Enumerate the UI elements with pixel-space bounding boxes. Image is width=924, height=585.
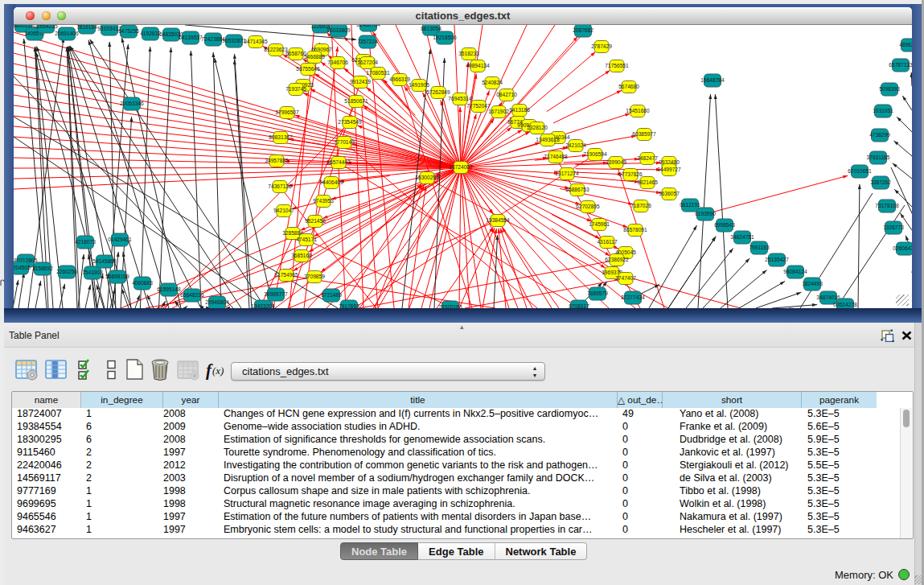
svg-text:6998543: 6998543: [714, 222, 735, 228]
svg-text:3158692: 3158692: [32, 266, 53, 271]
svg-text:5466889: 5466889: [304, 54, 325, 60]
svg-text:4966319: 4966319: [389, 76, 410, 82]
svg-text:51850671: 51850671: [344, 98, 368, 104]
svg-text:7346706: 7346706: [327, 60, 348, 65]
svg-text:13493618: 13493618: [536, 137, 560, 142]
svg-text:0812191: 0812191: [680, 202, 700, 208]
svg-text:67010651: 67010651: [848, 168, 872, 174]
svg-text:73178108: 73178108: [875, 203, 899, 208]
svg-text:02606474: 02606474: [893, 245, 912, 251]
svg-text:80831367: 80831367: [269, 134, 293, 140]
svg-text:98084124: 98084124: [783, 269, 807, 274]
svg-text:5674680: 5674680: [618, 84, 639, 89]
svg-text:2087682: 2087682: [573, 27, 593, 33]
svg-text:60385977: 60385977: [632, 131, 656, 137]
svg-text:67737826: 67737826: [618, 171, 643, 177]
svg-text:1627204: 1627204: [357, 60, 378, 65]
svg-text:6475255: 6475255: [118, 28, 139, 34]
svg-text:9421047: 9421047: [273, 208, 294, 213]
svg-text:17080531: 17080531: [366, 70, 390, 76]
svg-text:9521456: 9521456: [305, 218, 326, 224]
svg-text:15451680: 15451680: [626, 108, 650, 113]
svg-text:00524278: 00524278: [833, 302, 857, 307]
svg-text:53755646: 53755646: [296, 66, 320, 72]
svg-text:6204505: 6204505: [14, 265, 31, 270]
svg-text:15300295: 15300295: [415, 175, 439, 180]
svg-text:20691406: 20691406: [55, 31, 79, 36]
svg-text:7816184: 7816184: [76, 25, 97, 30]
svg-text:86578091: 86578091: [623, 227, 647, 233]
svg-text:6193990: 6193990: [695, 211, 716, 216]
svg-text:87277434: 87277434: [621, 295, 645, 300]
svg-text:4745171: 4745171: [296, 237, 317, 242]
svg-text:16648784: 16648784: [700, 77, 725, 83]
svg-text:2787429: 2787429: [591, 43, 612, 49]
svg-text:04499727: 04499727: [657, 167, 681, 172]
svg-text:71746488: 71746488: [544, 154, 568, 159]
svg-text:7187026: 7187026: [630, 203, 651, 208]
svg-text:1326773: 1326773: [883, 225, 904, 230]
svg-text:19384554: 19384554: [486, 217, 510, 223]
svg-text:62386922: 62386922: [605, 257, 629, 262]
svg-text:4216073: 4216073: [75, 239, 96, 245]
svg-text:55886753: 55886753: [565, 187, 589, 192]
svg-text:5098393: 5098393: [879, 86, 900, 92]
svg-text:7917693: 7917693: [339, 303, 359, 308]
svg-text:29946804: 29946804: [205, 299, 229, 305]
svg-text:1399049: 1399049: [606, 159, 626, 165]
svg-text:1671902: 1671902: [488, 109, 509, 114]
svg-text:8813054: 8813054: [421, 26, 441, 31]
svg-text:3482477: 3482477: [637, 155, 658, 161]
svg-text:13171274: 13171274: [555, 171, 579, 176]
svg-text:5240824: 5240824: [482, 80, 503, 85]
svg-text:(x): (x): [212, 365, 224, 377]
svg-text:81223623: 81223623: [264, 47, 288, 52]
svg-text:4192832: 4192832: [140, 31, 161, 36]
svg-text:62702895: 62702895: [576, 204, 600, 209]
svg-text:61595148: 61595148: [157, 286, 181, 292]
svg-text:7193745: 7193745: [285, 86, 306, 92]
svg-text:01429401: 01429401: [108, 237, 132, 242]
svg-text:64139537: 64139537: [179, 35, 203, 40]
svg-text:20053346: 20053346: [120, 101, 144, 106]
svg-text:7889579: 7889579: [587, 290, 608, 296]
svg-text:13433200: 13433200: [251, 303, 275, 308]
svg-text:4060883: 4060883: [132, 280, 153, 286]
svg-text:16033809: 16033809: [326, 27, 351, 33]
svg-text:34624751: 34624751: [730, 234, 754, 240]
svg-text:3747407: 3747407: [615, 275, 636, 281]
svg-text:65787133: 65787133: [889, 62, 912, 68]
svg-text:2260256: 2260256: [56, 269, 77, 274]
svg-text:8721489: 8721489: [321, 292, 342, 298]
svg-text:9743953: 9743953: [313, 198, 334, 204]
svg-text:4316117: 4316117: [597, 239, 618, 245]
svg-text:51462704: 51462704: [356, 25, 380, 27]
svg-text:19218506: 19218506: [433, 35, 457, 40]
svg-text:34714345: 34714345: [244, 39, 268, 44]
svg-text:18724007: 18724007: [449, 164, 473, 170]
svg-text:3518233: 3518233: [458, 51, 479, 56]
svg-text:71906594: 71906594: [583, 151, 607, 157]
svg-text:34874016: 34874016: [816, 295, 840, 300]
svg-text:9413186: 9413186: [509, 107, 530, 113]
svg-text:96532871: 96532871: [222, 38, 246, 43]
svg-text:85574443: 85574443: [326, 159, 351, 165]
svg-text:76945314: 76945314: [448, 96, 472, 101]
svg-text:7543303: 7543303: [82, 270, 103, 275]
svg-text:0842710: 0842710: [496, 92, 517, 97]
svg-text:9912419: 9912419: [350, 79, 371, 84]
svg-text:3387262: 3387262: [870, 179, 891, 185]
svg-text:94406409: 94406409: [319, 179, 343, 185]
svg-text:2328120: 2328120: [527, 125, 548, 130]
svg-text:2421024: 2421024: [565, 142, 586, 148]
svg-text:9821465: 9821465: [637, 179, 658, 185]
svg-text:37631165: 37631165: [867, 154, 890, 160]
svg-text:81754965: 81754965: [274, 272, 298, 278]
svg-text:4896383: 4896383: [899, 42, 912, 47]
svg-text:7991183: 7991183: [749, 245, 770, 250]
svg-text:8708317: 8708317: [569, 303, 589, 308]
svg-text:27354549: 27354549: [338, 119, 362, 125]
svg-text:55698169: 55698169: [105, 274, 129, 279]
svg-text:57262849: 57262849: [426, 89, 450, 95]
svg-text:74367136: 74367136: [268, 183, 292, 189]
